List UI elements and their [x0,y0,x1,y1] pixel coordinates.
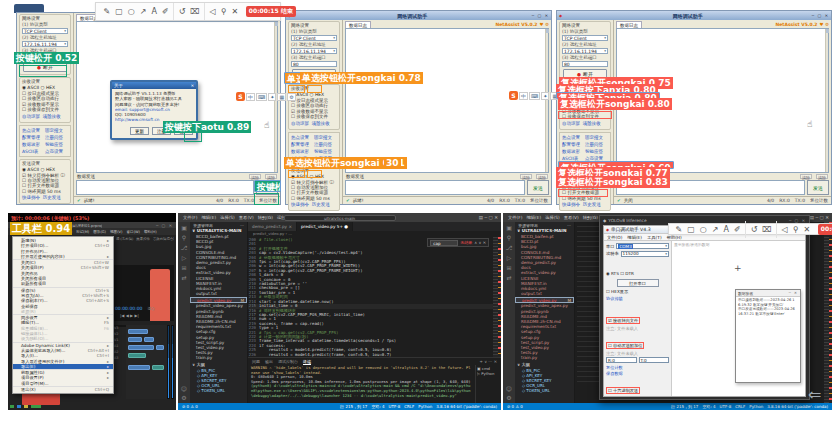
remote-icon[interactable]: ⇄ [506,274,511,281]
feature-link[interactable]: 数据波形 [22,142,45,147]
feature-link[interactable]: 配置管理 [562,142,585,147]
account-icon[interactable]: ☺ [181,385,187,392]
clear-button[interactable]: 清除 [800,174,812,179]
source-control-icon[interactable]: ⎇ [506,244,513,251]
ime-icon[interactable]: 中 [519,92,528,100]
close-icon[interactable]: ✕ [801,221,813,238]
rectangle-icon[interactable]: ▢ [685,221,698,238]
remote-icon[interactable]: ⇄ [181,274,186,281]
menu-item[interactable]: 转到(G) [581,215,600,220]
ime-icon[interactable]: 中 [246,93,255,101]
settings-gear-icon[interactable]: ⚙ [506,394,511,401]
tab-data-log[interactable]: 数据日志 [345,21,371,28]
file-menu-item[interactable]: 退出(X)Ctrl+Q [13,386,113,392]
ime-logo-icon[interactable]: S [509,91,518,100]
panel-tab-problems[interactable]: 问题 [252,359,260,364]
feature-link[interactable]: 配置管理 [22,135,45,140]
ellipse-icon[interactable]: ○ [697,221,709,238]
panel-tab[interactable]: 效果控件 [136,237,150,241]
status-item[interactable]: 3.8.16 64-bit ('paddle': conda) [767,404,828,409]
ime-icon[interactable]: ✦ [268,93,276,101]
feature-link[interactable]: 智能应答 [585,149,608,154]
transport-controls[interactable]: |◀ ◀ ▶ ▶| [120,313,139,318]
send-button[interactable]: 发送 [527,180,549,195]
baud-select[interactable]: 115200▾ [621,251,669,257]
ime-icon[interactable]: ⌨ [529,92,540,100]
open-port-button[interactable]: 打开串口 [617,279,659,287]
explorer-icon[interactable]: ▣ [506,224,512,231]
brand-icons[interactable]: ♥ ⚙ [820,22,830,27]
clear-button[interactable]: 清除 [265,174,277,179]
recording-timer-badge[interactable]: 00:00:15 结束 [246,6,296,17]
text-tool-icon[interactable]: A [149,3,159,20]
panel-tab-terminal[interactable]: 终端 [303,359,311,365]
menu-item[interactable]: 编辑(E) [199,215,218,220]
feature-link[interactable]: 注册问答 [45,135,68,140]
tab-predict-video[interactable]: predict_video.py 5+ ● [297,222,353,231]
feature-link[interactable]: 固定报文 [585,135,608,140]
undo-icon[interactable]: ↺ [176,3,188,20]
feature-link[interactable]: ASCII表 [562,156,585,161]
ime-logo-icon[interactable]: S [236,92,245,101]
menu-item[interactable]: 工具(T) [647,235,662,240]
reset-count-link[interactable]: 复位计数 [530,198,548,203]
extensions-icon[interactable]: ⊞ [181,264,186,271]
hex-send-checkbox[interactable]: ☐ 十六进制发送 [606,387,640,394]
send-links[interactable]: 快捷指令 历史发送 [22,195,68,200]
flow-control-radios[interactable]: ◉ RTS ☐ DTR [606,271,669,276]
port-select[interactable]: COM3▾ [616,243,669,249]
search-icon[interactable]: ⚲ [182,234,186,241]
scrollbar[interactable] [825,29,828,172]
ime-icon[interactable]: ✦ [541,92,549,100]
panel-action-icons[interactable]: + ∨ ⋯ ✕ [480,359,497,364]
recv-links[interactable]: 自动滚屏 清除接收 [291,121,337,126]
window-controls[interactable]: ─ ✕ [789,291,798,295]
port-input[interactable]: 80 [562,61,608,67]
feature-link[interactable]: 固定报文 [45,128,68,133]
outline-header[interactable]: ∨ 大纲 [190,361,247,368]
checkbox-option[interactable]: ☐ 接收保存到文件 [291,114,337,119]
brand-icons[interactable]: ♥ ⚙ [540,22,550,27]
terminal-process-python[interactable]: ▷ Python [477,371,500,376]
protocol-link[interactable]: 协议传输 [606,296,669,301]
clear-button[interactable]: 清除 [536,174,548,179]
run-debug-icon[interactable]: ▷ [507,254,512,261]
feature-link[interactable]: 智能应答 [314,149,337,154]
send-input[interactable] [345,180,525,195]
outline-symbol[interactable]: ◇ TOKEN_URL [515,388,574,393]
menu-item[interactable]: 编辑(E) [627,235,642,240]
window-controls[interactable]: ▤ ─ ▢ ✕ [479,215,498,220]
minimap[interactable] [824,222,832,403]
feature-link[interactable]: 数据波形 [562,149,585,154]
zoom-fit-select[interactable]: 适合 [147,306,155,311]
panel-tab[interactable]: 源:(无剪辑) [116,237,133,241]
status-item[interactable]: 空格: 4 [371,404,384,409]
status-item[interactable]: ⊘ 0 ⚠ 0 [507,404,523,409]
ime-icon[interactable]: ⌨ [256,93,267,101]
track-label[interactable]: A3 [114,355,126,361]
menu-item[interactable]: 选择(S) [543,215,562,220]
status-item[interactable]: UTF-8 [720,404,732,409]
update-button[interactable]: 更新 [130,127,149,135]
status-item[interactable]: UTF-8 [389,404,401,409]
status-item[interactable]: 3.8.16 64-bit ('paddle': conda) [436,404,497,409]
feature-link[interactable]: 点亮设置 [585,156,608,161]
arrow-icon[interactable]: ↗ [137,3,149,20]
source-control-icon[interactable]: ⎇ [181,244,188,251]
save-data-link[interactable]: 保存数据 [606,371,669,376]
send-links[interactable]: 快捷指令 历史发送 [291,202,337,207]
mic-icon[interactable]: ⚲ [218,3,229,20]
port-input[interactable]: 80 [291,61,337,67]
checkbox-option[interactable]: ☐ 接收保存到文件 [22,107,68,112]
ellipse-icon[interactable]: ○ [125,3,137,20]
feature-link[interactable]: 固定报文 [314,135,337,140]
back-arrow-icon[interactable]: ⇐ [808,385,821,404]
window-controls[interactable]: ▤ ─ ▢ ✕ [810,215,829,220]
clear-button[interactable]: 清除 [816,174,828,179]
status-item[interactable]: 空格: 4 [702,404,715,409]
feature-link[interactable]: 注册问答 [314,142,337,147]
send-links[interactable]: 快捷指令 历史发送 [562,202,608,207]
trash-icon[interactable]: ⌧ [760,221,774,238]
menu-item[interactable]: 文件(F) [181,215,199,220]
tab-demo-predict[interactable]: demo_predict.py × [248,222,297,231]
